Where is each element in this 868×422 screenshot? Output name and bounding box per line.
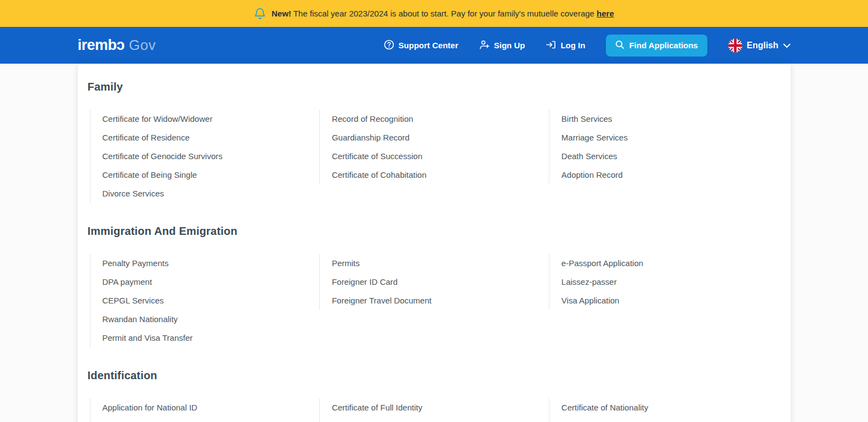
notification-banner: New! The fiscal year 2023/2024 is about …: [0, 0, 868, 27]
user-plus-icon: [479, 40, 490, 52]
service-section-family: FamilyCertificate for Widow/WidowerCerti…: [78, 81, 791, 203]
list-item: Certificate of Residence: [103, 128, 320, 147]
service-link-e-passport-application[interactable]: e-Passport Application: [561, 258, 643, 268]
list-item: Death Services: [561, 147, 779, 166]
service-link-foreigner-id-card[interactable]: Foreigner ID Card: [332, 277, 398, 286]
service-link-laissez-passer[interactable]: Laissez-passer: [561, 277, 617, 286]
logo-brand-text: irembɔ: [78, 37, 125, 54]
list-item: Permit and Visa Transfer: [103, 329, 320, 347]
log-in-link[interactable]: Log In: [546, 40, 585, 52]
service-column: e-Passport ApplicationLaissez-passerVisa…: [549, 254, 779, 310]
find-applications-button[interactable]: Find Applications: [606, 35, 707, 57]
list-item: Certificate of Nationality: [561, 398, 779, 417]
service-link-certificate-of-being-single[interactable]: Certificate of Being Single: [103, 170, 197, 179]
banner-badge: New!: [271, 9, 291, 18]
list-item: e-Passport Application: [561, 254, 779, 273]
list-item: Certificate of Cohabitation: [332, 166, 549, 184]
list-item: Certificate of Demographic Data: [561, 417, 779, 422]
service-link-rwandan-nationality[interactable]: Rwandan Nationality: [103, 314, 178, 324]
bell-icon: [254, 7, 266, 20]
list-item: CEPGL Services: [103, 291, 320, 310]
service-link-cepgl-services[interactable]: CEPGL Services: [103, 296, 164, 305]
service-link-dpa-payment[interactable]: DPA payment: [103, 277, 152, 286]
banner-text: New! The fiscal year 2023/2024 is about …: [271, 9, 614, 18]
list-item: Certificate of Full Identity: [332, 398, 549, 417]
list-item: Certificate of Being Single: [103, 166, 320, 184]
service-column: Penalty PaymentsDPA paymentCEPGL Service…: [90, 254, 320, 347]
section-columns: Application for National IDCorrection on…: [90, 398, 779, 422]
sign-up-link[interactable]: Sign Up: [479, 40, 525, 52]
service-link-application-for-national-id[interactable]: Application for National ID: [103, 403, 197, 412]
service-link-marriage-services[interactable]: Marriage Services: [561, 133, 628, 142]
list-item: Penalty Payments: [103, 254, 320, 273]
service-link-death-services[interactable]: Death Services: [561, 151, 617, 161]
service-link-penalty-payments[interactable]: Penalty Payments: [103, 258, 169, 268]
section-title: Identification: [88, 369, 791, 382]
list-item: Rwandan Nationality: [103, 310, 320, 329]
list-item: Certificate for Widow/Widower: [103, 110, 320, 128]
list-item: Marriage Services: [561, 128, 779, 147]
list-item: Record of Recognition: [332, 110, 549, 128]
list-item: Application for National ID: [103, 398, 320, 417]
list-item: Visa Application: [561, 291, 779, 310]
service-column: Certificate for Widow/WidowerCertificate…: [90, 110, 320, 203]
service-column: Record of RecognitionGuardianship Record…: [319, 110, 549, 184]
service-section-immigration-and-emigration: Immigration And EmigrationPenalty Paymen…: [78, 225, 791, 347]
service-link-permits[interactable]: Permits: [332, 258, 360, 268]
banner-here-link[interactable]: here: [597, 9, 614, 18]
service-column: Certificate of Full IdentityChange of na…: [319, 398, 549, 422]
support-center-label: Support Center: [399, 41, 458, 50]
service-link-certificate-of-full-identity[interactable]: Certificate of Full Identity: [332, 403, 422, 412]
service-link-certificate-of-cohabitation[interactable]: Certificate of Cohabitation: [332, 170, 427, 179]
section-title: Family: [88, 81, 791, 93]
search-icon: [615, 40, 625, 51]
service-link-birth-services[interactable]: Birth Services: [561, 114, 612, 123]
support-center-link[interactable]: Support Center: [384, 40, 458, 52]
service-link-certificate-for-widow-widower[interactable]: Certificate for Widow/Widower: [103, 114, 213, 123]
uk-flag-icon: [728, 38, 742, 53]
service-column: PermitsForeigner ID CardForeigner Travel…: [319, 254, 549, 310]
list-item: Adoption Record: [561, 166, 779, 184]
service-link-certificate-of-residence[interactable]: Certificate of Residence: [103, 133, 190, 142]
section-columns: Certificate for Widow/WidowerCertificate…: [90, 110, 779, 203]
list-item: Certificate of Genocide Survivors: [103, 147, 320, 166]
find-applications-label: Find Applications: [629, 41, 697, 50]
service-column: Certificate of NationalityCertificate of…: [549, 398, 779, 422]
service-link-certificate-of-succession[interactable]: Certificate of Succession: [332, 151, 422, 161]
service-column: Application for National IDCorrection on…: [90, 398, 320, 422]
list-item: Foreigner ID Card: [332, 273, 549, 291]
logo-gov-text: Gov: [129, 37, 156, 54]
list-item: Change of name: [332, 417, 549, 422]
list-item: Guardianship Record: [332, 128, 549, 147]
list-item: Permits: [332, 254, 549, 273]
service-section-identification: IdentificationApplication for National I…: [78, 369, 791, 422]
service-link-adoption-record[interactable]: Adoption Record: [561, 170, 623, 179]
list-item: DPA payment: [103, 273, 320, 291]
banner-message: The fiscal year 2023/2024 is about to st…: [293, 9, 594, 18]
list-item: Correction on the National Population Re…: [103, 417, 320, 422]
service-link-certificate-of-nationality[interactable]: Certificate of Nationality: [561, 403, 648, 412]
service-link-visa-application[interactable]: Visa Application: [561, 296, 620, 305]
services-main: FamilyCertificate for Widow/WidowerCerti…: [78, 64, 791, 422]
section-columns: Penalty PaymentsDPA paymentCEPGL Service…: [90, 254, 779, 347]
list-item: Certificate of Succession: [332, 147, 549, 166]
language-label: English: [747, 41, 779, 50]
service-link-certificate-of-genocide-survivors[interactable]: Certificate of Genocide Survivors: [103, 151, 223, 161]
service-link-divorce-services[interactable]: Divorce Services: [103, 189, 164, 198]
list-item: Foreigner Travel Document: [332, 291, 549, 310]
service-link-record-of-recognition[interactable]: Record of Recognition: [332, 114, 413, 123]
top-navbar: irembɔ Gov Support Center: [0, 27, 868, 64]
help-circle-icon: [384, 40, 394, 52]
sign-up-label: Sign Up: [494, 41, 525, 50]
irembo-logo[interactable]: irembɔ Gov: [78, 37, 156, 54]
list-item: Laissez-passer: [561, 273, 779, 291]
section-title: Immigration And Emigration: [88, 225, 791, 238]
service-link-guardianship-record[interactable]: Guardianship Record: [332, 133, 410, 142]
service-column: Birth ServicesMarriage ServicesDeath Ser…: [549, 110, 779, 184]
service-link-foreigner-travel-document[interactable]: Foreigner Travel Document: [332, 296, 432, 305]
list-item: Divorce Services: [103, 184, 320, 203]
service-link-permit-and-visa-transfer[interactable]: Permit and Visa Transfer: [103, 333, 193, 342]
chevron-down-icon: [783, 41, 791, 50]
language-selector[interactable]: English: [728, 38, 791, 53]
login-icon: [546, 40, 556, 52]
